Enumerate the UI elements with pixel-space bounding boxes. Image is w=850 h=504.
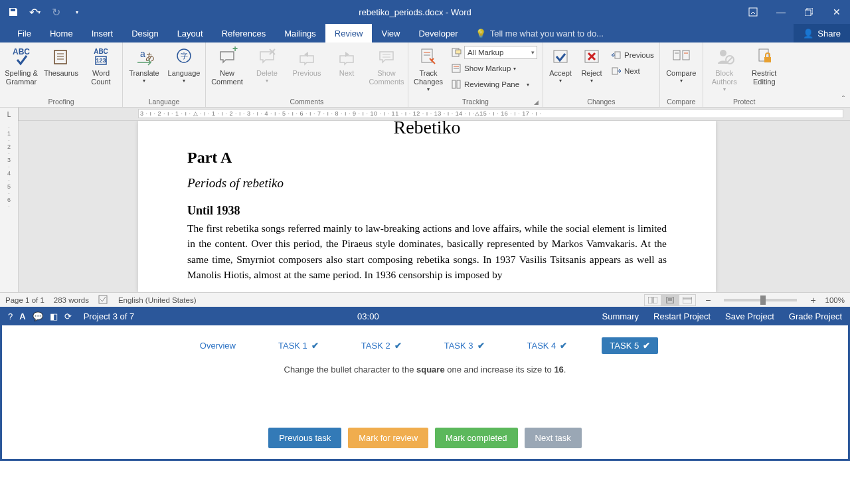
markup-display-dropdown[interactable]: All Markup — [448, 45, 540, 60]
status-language[interactable]: English (United States) — [118, 296, 197, 304]
compare-button[interactable]: Compare▾ — [663, 45, 700, 93]
ribbon-display-icon[interactable] — [745, 4, 761, 20]
qat-customize-icon[interactable]: ▾ — [69, 4, 85, 20]
tab-layout[interactable]: Layout — [168, 24, 212, 42]
tab-task-3[interactable]: TASK 3✔ — [436, 337, 493, 354]
spelling-grammar-button[interactable]: ABCSpelling & Grammar — [3, 45, 40, 93]
help-icon[interactable]: ? — [8, 311, 13, 321]
reviewing-pane-icon — [451, 79, 462, 90]
check-icon: ✔ — [643, 341, 650, 351]
show-markup-dropdown[interactable]: Show Markup ▾ — [448, 61, 540, 76]
accept-button[interactable]: Accept▾ — [546, 45, 575, 93]
zoom-in-button[interactable]: + — [810, 295, 815, 305]
tab-task-5[interactable]: TASK 5✔ — [602, 337, 658, 354]
doc-title[interactable]: Rebetiko — [178, 121, 676, 143]
next-change-button[interactable]: Next — [608, 64, 657, 78]
font-size-icon[interactable]: A — [19, 311, 25, 321]
doc-part-a[interactable]: Part A — [178, 143, 676, 171]
tab-overview[interactable]: Overview — [192, 337, 244, 354]
tab-view[interactable]: View — [372, 24, 409, 42]
track-changes-button[interactable]: Track Changes▾ — [411, 45, 446, 93]
undo-icon[interactable]: ↶ ▾ — [27, 4, 42, 20]
reviewing-pane-dropdown[interactable]: Reviewing Pane ▾ — [448, 77, 540, 92]
next-task-button[interactable]: Next task — [525, 428, 582, 448]
check-icon: ✔ — [477, 341, 485, 351]
svg-text:a: a — [140, 48, 145, 59]
tab-design[interactable]: Design — [122, 24, 167, 42]
trainer-toolbar: ? A 💬 ◧ ⟳ Project 3 of 7 03:00 Summary R… — [0, 307, 850, 325]
quick-access-toolbar: ↶ ▾ ↻ ▾ — [5, 4, 85, 20]
share-button[interactable]: 👤 Share — [794, 24, 850, 42]
tab-home[interactable]: Home — [41, 24, 82, 42]
restore-icon[interactable] — [801, 4, 817, 20]
tab-mailings[interactable]: Mailings — [275, 24, 325, 42]
comment-icon[interactable]: 💬 — [33, 311, 43, 321]
mark-completed-button[interactable]: Mark completed — [435, 428, 517, 448]
thesaurus-button[interactable]: Thesaurus — [42, 45, 80, 93]
previous-task-button[interactable]: Previous task — [268, 428, 341, 448]
group-label-proofing: Proofing — [3, 96, 120, 107]
tab-developer[interactable]: Developer — [409, 24, 467, 42]
status-proofing-icon[interactable] — [98, 295, 109, 305]
svg-text:字: 字 — [181, 52, 188, 60]
ruler-vertical[interactable]: ·1·2·3·4·5·6· — [0, 121, 19, 292]
minimize-icon[interactable]: — — [773, 4, 789, 20]
previous-comment-button: Previous — [288, 45, 325, 93]
tell-me-search[interactable]: 💡 Tell me what you want to do... — [468, 24, 794, 42]
zoom-slider[interactable] — [724, 299, 797, 301]
document-page[interactable]: Rebetiko Part A Periods of rebetiko Unti… — [138, 121, 716, 292]
mark-for-review-button[interactable]: Mark for review — [348, 428, 428, 448]
new-comment-button[interactable]: +New Comment — [209, 45, 246, 93]
prev-change-icon — [611, 50, 622, 60]
tracking-dialog-launcher-icon[interactable]: ◢ — [534, 99, 539, 106]
zoom-out-button[interactable]: − — [705, 295, 711, 305]
show-comments-button: Show Comments — [368, 45, 405, 93]
check-icon: ✔ — [394, 341, 402, 351]
view-web-layout[interactable] — [679, 294, 696, 306]
doc-subtitle[interactable]: Periods of rebetiko — [178, 171, 676, 196]
tab-task-4[interactable]: TASK 4✔ — [519, 337, 576, 354]
svg-rect-33 — [615, 52, 620, 58]
view-read-mode[interactable] — [644, 294, 661, 306]
redo-icon[interactable]: ↻ — [48, 4, 64, 20]
doc-body-paragraph[interactable]: The first rebetika songs referred mainly… — [178, 220, 676, 282]
tab-references[interactable]: References — [212, 24, 275, 42]
collapse-ribbon-icon[interactable]: ˆ — [842, 95, 845, 104]
tab-insert[interactable]: Insert — [82, 24, 123, 42]
view-print-layout[interactable] — [661, 294, 679, 306]
doc-heading-until[interactable]: Until 1938 — [178, 196, 676, 220]
zoom-thumb[interactable] — [760, 295, 766, 305]
block-authors-button: Block Authors▾ — [706, 45, 743, 93]
svg-text:あ: あ — [145, 51, 155, 62]
restrict-editing-button[interactable]: Restrict Editing — [746, 45, 783, 93]
ruler-horizontal[interactable]: 3 · ı · 2 · ı · 1 · ı · △ · ı · 1 · ı · … — [138, 109, 843, 118]
share-icon: 👤 — [803, 29, 813, 39]
tab-review[interactable]: Review — [325, 24, 373, 42]
layout-icon[interactable]: ◧ — [50, 311, 58, 321]
action-buttons: Previous task Mark for review Mark compl… — [2, 428, 848, 459]
reject-button[interactable]: Reject▾ — [578, 45, 606, 93]
status-words[interactable]: 283 words — [54, 296, 89, 304]
svg-line-41 — [727, 57, 732, 62]
tab-selector[interactable]: L — [0, 108, 19, 121]
word-count-button[interactable]: ABC123Word Count — [82, 45, 120, 93]
zoom-level[interactable]: 100% — [825, 296, 845, 304]
window-title: rebetiko_periods.docx - Word — [85, 7, 745, 17]
previous-change-button[interactable]: Previous — [608, 48, 657, 62]
group-label-changes: Changes — [546, 96, 657, 107]
tab-task-1[interactable]: TASK 1✔ — [270, 337, 327, 354]
status-page[interactable]: Page 1 of 1 — [5, 296, 44, 304]
grade-project-link[interactable]: Grade Project — [789, 311, 842, 321]
tab-task-2[interactable]: TASK 2✔ — [353, 337, 410, 354]
summary-link[interactable]: Summary — [602, 311, 639, 321]
save-project-link[interactable]: Save Project — [725, 311, 774, 321]
translate-button[interactable]: aあTranslate▾ — [126, 45, 163, 93]
group-language: aあTranslate▾ 字Language▾ Language — [123, 42, 206, 107]
refresh-icon[interactable]: ⟳ — [64, 311, 72, 321]
close-icon[interactable]: ✕ — [829, 4, 845, 20]
tab-file[interactable]: File — [8, 24, 41, 42]
language-button[interactable]: 字Language▾ — [165, 45, 203, 93]
group-proofing: ABCSpelling & Grammar Thesaurus ABC123Wo… — [0, 42, 123, 107]
save-icon[interactable] — [5, 4, 21, 20]
restart-project-link[interactable]: Restart Project — [653, 311, 711, 321]
